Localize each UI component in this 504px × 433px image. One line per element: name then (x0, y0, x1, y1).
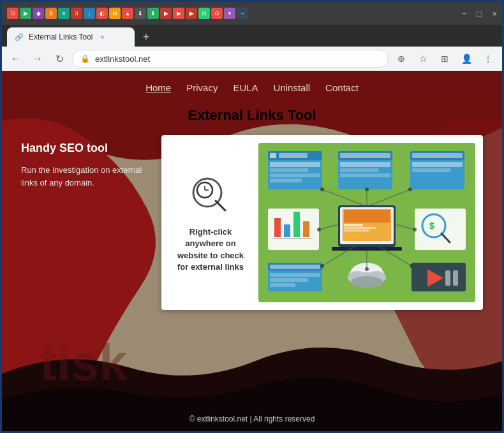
search-magnifier-icon (187, 172, 235, 220)
svg-point-58 (351, 276, 383, 288)
svg-rect-23 (270, 173, 320, 177)
ext-icon-7[interactable]: ↓ (84, 8, 95, 19)
ext-icon-10[interactable]: ▲ (122, 8, 133, 19)
page-content: tisk Home Privacy EULA Uninstall Contact… (2, 71, 502, 431)
svg-text:★★★★★: ★★★★★ (344, 235, 363, 239)
svg-rect-30 (340, 173, 390, 177)
nav-privacy[interactable]: Privacy (186, 82, 218, 93)
maximize-button[interactable]: □ (477, 9, 482, 18)
svg-rect-28 (340, 162, 390, 167)
nav-eula[interactable]: EULA (233, 82, 258, 93)
nav-home[interactable]: Home (145, 82, 171, 93)
svg-point-71 (320, 187, 324, 191)
svg-rect-40 (303, 221, 309, 237)
rc-line2: anywhere on (177, 238, 244, 249)
left-description: Run the investigation on external links … (21, 164, 149, 189)
diagram-panel: ★★★★★ (258, 143, 475, 302)
ext-icon-5[interactable]: ≡ (58, 8, 70, 19)
extension-icons: G ▶ ◆ $ ≡ 3 ↓ ◐ M ▲ ⬇ ⬇ ▶ ▶ ▶ G G ✦ ~ (7, 8, 248, 19)
rc-line4: for external links (177, 261, 244, 273)
svg-rect-35 (412, 168, 450, 172)
address-text: extlinkstool.net (95, 54, 150, 64)
tab-title: External Links Tool (29, 33, 93, 41)
close-button[interactable]: × (492, 9, 497, 18)
extensions-button[interactable]: ⊞ (436, 50, 454, 68)
nav-uninstall[interactable]: Uninstall (274, 82, 311, 93)
profile-button[interactable]: 👤 (457, 50, 475, 68)
image-left-panel: Right-click anywhere on website to check… (169, 172, 252, 273)
ext-icon-1[interactable]: G (7, 8, 19, 19)
tab-bar: 🔗 External Links Tool × + (2, 25, 502, 47)
tab-favicon: 🔗 (15, 33, 24, 41)
address-bar[interactable]: 🔒 extlinkstool.net (72, 50, 389, 68)
ext-icon-14[interactable]: ▶ (173, 8, 184, 19)
browser-toolbar: ← → ↻ 🔒 extlinkstool.net ⊕ ☆ ⊞ 👤 ⋮ (2, 47, 502, 71)
rc-line1: Right-click (177, 226, 244, 238)
svg-point-76 (320, 264, 324, 268)
svg-point-73 (408, 187, 412, 191)
ext-icon-17[interactable]: G (211, 8, 223, 19)
ext-icon-18[interactable]: ✦ (224, 8, 235, 19)
ext-icon-8[interactable]: ◐ (96, 8, 108, 19)
svg-rect-29 (340, 168, 378, 172)
forward-button[interactable]: → (29, 50, 47, 68)
feature-image-panel: Right-click anywhere on website to check… (161, 135, 483, 310)
svg-rect-51 (270, 283, 295, 287)
ext-icon-2[interactable]: ▶ (20, 8, 31, 19)
new-tab-button[interactable]: + (137, 28, 155, 46)
svg-point-75 (413, 228, 417, 231)
tab-close-button[interactable]: × (98, 33, 107, 41)
svg-rect-62 (453, 270, 458, 286)
left-text-panel: Handy SEO tool Run the investigation on … (21, 135, 149, 189)
title-bar: G ▶ ◆ $ ≡ 3 ↓ ◐ M ▲ ⬇ ⬇ ▶ ▶ ▶ G G ✦ ~ − … (2, 2, 502, 25)
svg-rect-19 (270, 153, 276, 158)
back-button[interactable]: ← (7, 50, 25, 68)
ext-icon-16[interactable]: G (198, 8, 210, 19)
svg-text:tisk: tisk (40, 334, 128, 391)
svg-point-74 (317, 228, 321, 231)
svg-line-4 (216, 201, 225, 210)
cast-button[interactable]: ⊕ (392, 50, 410, 68)
svg-rect-33 (412, 153, 463, 158)
svg-rect-27 (340, 153, 390, 158)
nav-contact[interactable]: Contact (325, 82, 359, 93)
active-tab[interactable]: 🔗 External Links Tool × (7, 27, 135, 47)
minimize-button[interactable]: − (462, 9, 467, 18)
navigation-menu: Home Privacy EULA Uninstall Contact (2, 71, 502, 101)
ext-icon-4[interactable]: $ (45, 8, 57, 19)
main-section: Handy SEO tool Run the investigation on … (2, 135, 502, 310)
svg-text:$: $ (429, 221, 434, 231)
toolbar-actions: ⊕ ☆ ⊞ 👤 ⋮ (392, 50, 497, 68)
svg-rect-50 (270, 278, 308, 282)
refresh-button[interactable]: ↻ (50, 50, 68, 68)
ext-icon-15[interactable]: ▶ (186, 8, 197, 19)
ext-icon-11[interactable]: ⬇ (135, 8, 146, 19)
svg-rect-61 (445, 270, 450, 286)
svg-point-77 (365, 267, 369, 271)
svg-rect-16 (332, 247, 402, 251)
svg-rect-48 (270, 265, 320, 269)
svg-rect-39 (293, 212, 300, 237)
svg-rect-49 (270, 273, 320, 277)
ext-icon-12[interactable]: ⬇ (147, 8, 159, 19)
ext-icon-19[interactable]: ~ (237, 8, 248, 19)
svg-rect-24 (270, 179, 302, 182)
bookmark-button[interactable]: ☆ (414, 50, 432, 68)
svg-rect-34 (412, 162, 463, 167)
footer-text: © extlinkstool.net | All rights reserved (189, 415, 315, 423)
svg-rect-20 (279, 153, 308, 158)
network-diagram-svg: ★★★★★ (263, 148, 470, 295)
left-heading: Handy SEO tool (21, 142, 149, 155)
svg-rect-14 (344, 230, 369, 231)
svg-rect-37 (274, 218, 281, 237)
ext-icon-6[interactable]: 3 (71, 8, 82, 19)
svg-rect-38 (284, 224, 290, 237)
svg-rect-13 (344, 227, 376, 229)
svg-rect-11 (344, 210, 390, 223)
ext-icon-9[interactable]: M (109, 8, 121, 19)
ext-icon-13[interactable]: ▶ (160, 8, 172, 19)
svg-point-78 (410, 264, 413, 268)
ext-icon-3[interactable]: ◆ (33, 8, 44, 19)
menu-button[interactable]: ⋮ (479, 50, 497, 68)
lock-icon: 🔒 (80, 54, 90, 63)
